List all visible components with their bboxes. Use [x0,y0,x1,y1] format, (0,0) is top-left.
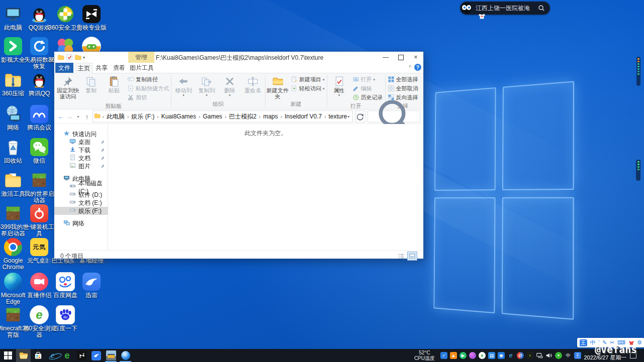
tray-photos-icon[interactable]: ▲ [449,351,457,359]
tray-volume-icon[interactable] [545,351,553,359]
breadcrumb-segment-Games[interactable]: Games [202,113,223,120]
desktop-icon-微信[interactable]: 微信 [27,137,52,168]
sidebar-item-娱乐 (F:)[interactable]: 娱乐 (F:) [54,207,108,215]
title-bar[interactable]: ▾ 管理 F:\Kuai8Games\Games\巴士模拟2\maps\Inse… [54,52,423,63]
tab-share[interactable]: 共享 [94,63,110,73]
tray-360-browser-tray-icon[interactable]: e [478,351,486,359]
ribbon-button-编辑[interactable]: 编辑 [351,84,385,93]
maximize-button[interactable] [393,52,408,63]
ribbon-button-轻松访问[interactable]: 轻松访问▾ [289,84,326,93]
tray-360-speedball-icon[interactable]: + [555,351,563,359]
desktop-icon-百度一下[interactable]: du百度一下 [53,305,78,336]
action-center-icon[interactable] [629,351,637,359]
hardware-monitor-widget-top[interactable] [636,57,640,86]
desktop-icon-迅雷[interactable]: 迅雷 [79,272,104,303]
help-icon[interactable]: ? [414,64,421,71]
address-dropdown-caret[interactable]: ▾ [347,114,351,119]
sidebar-item-快速访问[interactable]: 快速访问 [54,130,108,138]
ribbon-button-属性[interactable]: 属性▾ [328,74,351,97]
ime-settings-gear-icon[interactable]: ⚙ [637,340,642,345]
tray-downloader-icon[interactable]: ✓ [440,351,448,359]
tray-nvidia-icon[interactable]: ◗ [526,351,534,359]
tray-ie-tray-icon[interactable]: e [507,351,515,359]
ribbon-button-复制路径[interactable]: 复制路径 [126,75,170,84]
ribbon-button-粘贴快捷方式[interactable]: 粘贴快捷方式 [126,84,170,93]
ribbon-button-复制到[interactable]: 复制到▾ [195,74,218,97]
news-search-widget[interactable]: 江西上饶一医院被淹 [460,2,550,15]
desktop-icon-剪映专业版[interactable]: 剪映专业版 [79,4,104,35]
ime-mode-chinese-icon[interactable]: 中 [590,340,595,345]
forward-button[interactable]: → [66,113,72,120]
breadcrumb-segment-巴士模拟2[interactable]: 巴士模拟2 [228,112,257,121]
details-view-button[interactable] [396,252,406,261]
ime-pen-icon[interactable]: ✎ [602,340,607,345]
hardware-monitor-widget-bottom[interactable] [636,160,640,181]
ime-keyboard-icon[interactable]: ⌨ [617,340,625,345]
collapse-ribbon-icon[interactable]: ^ [409,65,411,70]
properties-check-icon[interactable] [66,54,73,61]
sidebar-item-文档[interactable]: 文档 [54,154,108,162]
taskbar-capcut[interactable] [74,349,89,362]
tray-safety-eye-icon[interactable]: ◉ [497,351,505,359]
minimize-button[interactable]: — [378,52,393,63]
breadcrumb-segment-Kuai8Games[interactable]: Kuai8Games [161,113,197,120]
desktop-icon-我的世界启动器[interactable]: 我的世界启动器 [27,170,52,201]
taskbar-start-button[interactable] [0,349,16,362]
clock[interactable]: 2022/6/27 星期一 [584,354,627,362]
sidebar-item-网络[interactable]: 网络 [54,219,108,227]
sidebar-item-图片[interactable]: 图片 [54,162,108,170]
ribbon-button-复制[interactable]: 复制 [79,74,103,93]
ribbon-button-重命名[interactable]: 重命名 [241,74,264,93]
explorer-search-box[interactable]: 在 texture 中搜索 [367,110,420,123]
sidebar-item-下载[interactable]: 下载 [54,146,108,154]
ime-scissors-icon[interactable]: ✂ [610,340,614,345]
ribbon-button-打开[interactable]: 打开▾ [351,75,385,84]
taskbar-360-browser[interactable]: e [60,349,74,362]
ime-toolbar[interactable]: 王中’✎✂⌨⚙ [577,338,644,347]
breadcrumb-segment-maps[interactable]: maps [262,113,278,120]
context-tab-manage[interactable]: 管理 [128,52,154,63]
search-icon[interactable] [538,5,545,12]
tab-picture-tools[interactable]: 图片工具 [129,63,155,73]
ribbon-button-新建文件夹[interactable]: 新建文件夹 [266,74,289,99]
sidebar-item-文档 (E:)[interactable]: 文档 (E:) [54,199,108,207]
desktop-icon-腾讯会议[interactable]: 腾讯会议 [27,104,52,135]
tray-wang-input-icon[interactable]: 王 [574,351,582,359]
ribbon-button-删除[interactable]: 删除▾ [218,74,241,97]
ribbon-button-固定到快速访问[interactable]: 固定到快速访问 [56,74,79,99]
tab-view[interactable]: 查看 [111,63,127,73]
taskbar-microsoft-store[interactable] [31,349,45,362]
breadcrumb-segment-texture[interactable]: texture [328,113,348,120]
folder-content-area[interactable]: 此文件夹为空。 [108,124,423,250]
sidebar-item-软件 (D:)[interactable]: 软件 (D:) [54,191,108,199]
tray-video-player-icon[interactable]: ▶ [459,351,467,359]
cpu-temperature[interactable]: 52°C CPU温度 [414,350,435,361]
taskbar-file-explorer[interactable] [16,349,31,362]
taskbar-xunlei[interactable] [89,349,104,362]
tray-ime-indicator-zh-icon[interactable]: 中 [564,351,572,359]
new-folder-icon[interactable] [74,54,81,61]
news-search-text[interactable]: 江西上饶一医院被淹 [476,4,534,13]
ribbon-button-新建项目[interactable]: 新建项目▾ [289,75,326,84]
desktop-icon-一键装机工具[interactable]: 一键装机工具 [27,203,52,234]
taskbar-edge-browser[interactable] [118,349,133,362]
ime-skin-tshirt-icon[interactable] [628,340,634,346]
ribbon-button-全部选择[interactable]: 全部选择 [386,75,420,84]
breadcrumb[interactable]: ›此电脑›娱乐 (F:)›Kuai8Games›Games›巴士模拟2›maps… [93,110,353,123]
ime-logo-icon[interactable]: 王 [580,339,587,346]
breadcrumb-segment-此电脑[interactable]: 此电脑 [106,112,125,121]
taskbar-bus-simulator-game[interactable] [104,349,118,362]
ime-punctuation-icon[interactable]: ’ [598,340,599,345]
back-button[interactable]: ← [57,113,64,120]
tray-security-ball-icon[interactable] [469,351,477,359]
breadcrumb-segment-Inseldorf V0.7[interactable]: Inseldorf V0.7 [284,113,322,120]
refresh-button[interactable] [355,110,365,123]
tray-office-tool-icon[interactable]: Ø [516,351,524,359]
ribbon-button-粘贴[interactable]: 粘贴 [103,74,126,93]
tab-file[interactable]: 文件 [55,63,73,73]
tray-network-monitor-icon[interactable] [535,351,543,359]
sidebar-item-本地磁盘 (C:)[interactable]: 本地磁盘 (C:) [54,183,108,191]
thumbnail-view-button[interactable] [407,252,417,261]
recent-locations-caret[interactable]: ▾ [75,114,81,119]
taskbar-internet-explorer[interactable]: e [45,349,60,362]
